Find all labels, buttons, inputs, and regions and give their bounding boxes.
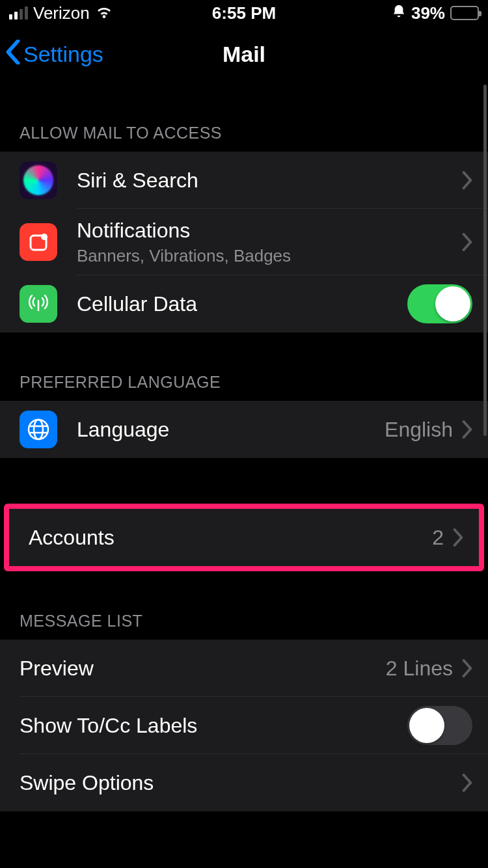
group-language: Language English [0, 401, 488, 458]
row-preview[interactable]: Preview 2 Lines [0, 640, 488, 697]
group-message-list: Preview 2 Lines Show To/Cc Labels Swipe … [0, 640, 488, 811]
nav-title: Mail [223, 42, 265, 67]
row-label: Notifications [77, 218, 462, 243]
chevron-right-icon [462, 774, 472, 792]
chevron-right-icon [462, 233, 472, 251]
row-label: Cellular Data [77, 292, 407, 316]
status-time: 6:55 PM [212, 3, 276, 23]
row-siri-search[interactable]: Siri & Search [0, 152, 488, 209]
nav-bar: Settings Mail [0, 26, 488, 83]
section-header-message-list: Message List [0, 604, 488, 640]
group-access: Siri & Search Notifications Banners, Vib… [0, 152, 488, 332]
row-value: 2 [432, 526, 444, 550]
svg-point-2 [29, 420, 48, 439]
back-button[interactable]: Settings [5, 26, 103, 83]
carrier-label: Verizon [33, 3, 90, 23]
chevron-left-icon [5, 40, 21, 70]
row-label: Siri & Search [77, 168, 462, 193]
row-swipe-options[interactable]: Swipe Options [0, 754, 488, 811]
row-label: Swipe Options [20, 770, 462, 795]
chevron-right-icon [462, 659, 472, 677]
battery-icon [450, 6, 479, 20]
row-language[interactable]: Language English [0, 401, 488, 458]
wifi-icon [95, 7, 113, 20]
row-label: Accounts [29, 525, 432, 550]
row-accounts[interactable]: Accounts 2 [9, 509, 479, 566]
status-right: 39% [392, 3, 479, 23]
globe-icon [20, 411, 57, 448]
row-notifications[interactable]: Notifications Banners, Vibrations, Badge… [0, 209, 488, 275]
row-value: 2 Lines [386, 657, 453, 681]
back-label: Settings [23, 42, 103, 67]
row-label: Show To/Cc Labels [20, 713, 407, 738]
row-value: English [385, 418, 453, 442]
content[interactable]: Allow Mail to Access Siri & Search Notif… [0, 83, 488, 868]
siri-icon [20, 161, 57, 199]
notifications-icon [20, 223, 57, 261]
cellular-toggle[interactable] [407, 284, 472, 323]
chevron-right-icon [453, 528, 463, 547]
scrollbar[interactable] [483, 85, 487, 436]
row-label: Language [77, 417, 385, 442]
highlight-accounts: Accounts 2 [4, 504, 484, 571]
section-header-access: Allow Mail to Access [0, 116, 488, 152]
row-cellular-data: Cellular Data [0, 275, 488, 332]
cellular-icon [20, 285, 57, 323]
chevron-right-icon [462, 420, 472, 439]
status-left: Verizon [9, 3, 113, 23]
signal-bars-icon [9, 7, 28, 20]
alarm-icon [392, 4, 406, 22]
battery-pct-label: 39% [411, 3, 445, 23]
chevron-right-icon [462, 171, 472, 189]
status-bar: Verizon 6:55 PM 39% [0, 0, 488, 26]
show-tocc-toggle[interactable] [407, 706, 472, 745]
row-label: Preview [20, 656, 386, 681]
svg-point-3 [34, 420, 43, 439]
svg-point-1 [41, 234, 47, 240]
row-sublabel: Banners, Vibrations, Badges [77, 246, 462, 266]
section-header-language: Preferred Language [0, 365, 488, 401]
row-show-tocc: Show To/Cc Labels [0, 697, 488, 754]
